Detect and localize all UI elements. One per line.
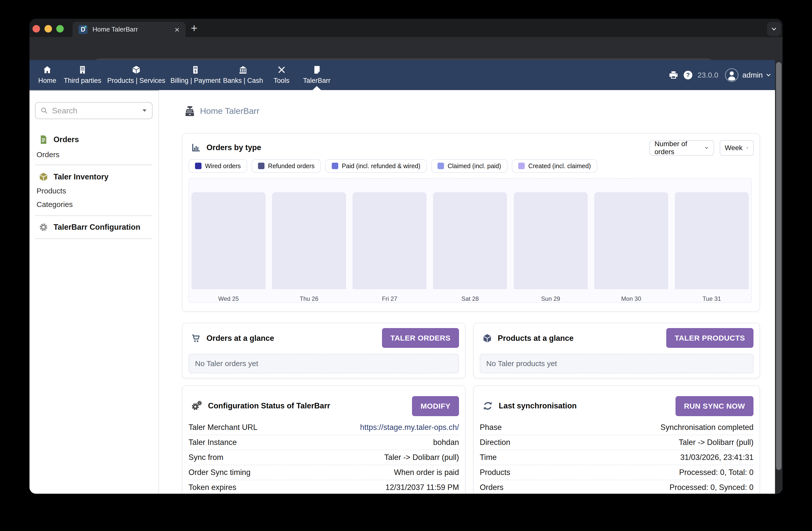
sidebar-link-orders[interactable]: Orders xyxy=(37,149,59,160)
select-value: Week xyxy=(725,144,742,152)
search-icon xyxy=(41,107,48,114)
chart-column: Fri 27 xyxy=(352,192,426,302)
chevron-down-icon[interactable] xyxy=(765,72,772,78)
sidebar-link-products[interactable]: Products xyxy=(37,185,66,196)
browser-tab[interactable]: D Home TalerBarr × xyxy=(72,22,186,37)
row-value: When order is paid xyxy=(394,468,459,477)
run-sync-now-button[interactable]: RUN SYNC NOW xyxy=(676,396,754,416)
user-menu[interactable]: admin xyxy=(742,71,763,79)
row-value: bohdan xyxy=(433,438,459,447)
sidebar-section-orders[interactable]: Orders xyxy=(39,134,79,145)
card-header: Configuration Status of TalerBarr xyxy=(191,386,330,426)
search-input[interactable] xyxy=(52,106,138,115)
products-empty-state: No Taler products yet xyxy=(480,354,754,373)
table-row: ProductsProcessed: 0, Total: 0 xyxy=(480,465,754,480)
legend-label: Paid (incl. refunded & wired) xyxy=(342,163,420,170)
legend-item-paid[interactable]: Paid (incl. refunded & wired) xyxy=(325,159,427,173)
nav-label: Home xyxy=(38,77,56,85)
sidebar-divider xyxy=(35,215,153,216)
building-icon xyxy=(78,65,87,74)
placeholder-bar xyxy=(675,192,749,289)
taler-products-button[interactable]: TALER PRODUCTS xyxy=(666,328,754,348)
nav-label: Third parties xyxy=(64,77,101,85)
legend-item-refunded[interactable]: Refunded orders xyxy=(251,159,321,173)
section-title: Taler Inventory xyxy=(54,172,108,181)
page-title: Home TalerBarr xyxy=(200,106,259,116)
table-row: Time31/03/2026, 23:41:31 xyxy=(480,450,754,465)
section-title: TalerBarr Configuration xyxy=(54,223,140,232)
metric-select[interactable]: Number of orders xyxy=(650,140,714,156)
card-title: Orders at a glance xyxy=(206,334,274,343)
gears-icon xyxy=(191,400,203,411)
chevron-down-icon xyxy=(770,26,778,32)
table-row: Sync fromTaler -> Dolibarr (pull) xyxy=(188,450,459,465)
x-tick-label: Wed 25 xyxy=(218,295,239,302)
row-label: Token expires xyxy=(188,483,236,492)
app-navbar: Home Third parties Products | Services $… xyxy=(29,60,775,90)
config-rows: Taler Merchant URLhttps://stage.my.taler… xyxy=(188,420,459,494)
nav-item-products-services[interactable]: Products | Services xyxy=(107,60,165,90)
search-dropdown-caret-icon[interactable] xyxy=(142,109,147,112)
sidebar-section-talerbarr-configuration[interactable]: TalerBarr Configuration xyxy=(39,222,140,233)
table-row: Token expires12/31/2037 11:59 PM xyxy=(188,480,459,494)
tab-search-chevron-button[interactable] xyxy=(767,22,781,36)
legend-swatch xyxy=(332,163,338,169)
period-select[interactable]: Week xyxy=(720,140,754,156)
chart-column: Mon 30 xyxy=(594,192,668,302)
nav-label: Tools xyxy=(274,77,289,85)
screenshot-stage: D Home TalerBarr × + dolibarr.tutorial.t… xyxy=(0,0,812,531)
page-scrollbar xyxy=(775,60,783,494)
scrollbar-thumb[interactable] xyxy=(776,62,782,470)
svg-text:?: ? xyxy=(686,72,690,78)
svg-text:$: $ xyxy=(194,69,197,73)
new-tab-button[interactable]: + xyxy=(191,22,198,34)
help-icon[interactable]: ? xyxy=(683,70,693,80)
legend-item-wired[interactable]: Wired orders xyxy=(188,159,247,173)
traffic-light-zoom-icon[interactable] xyxy=(56,25,64,32)
card-title: Last synchronisation xyxy=(499,401,577,410)
chart-column: Sat 28 xyxy=(433,192,507,302)
chevron-down-icon xyxy=(746,145,749,151)
merchant-url-link[interactable]: https://stage.my.taler-ops.ch/ xyxy=(360,423,459,432)
user-avatar-icon[interactable] xyxy=(725,68,739,82)
sidebar-link-categories[interactable]: Categories xyxy=(37,199,73,210)
tab-strip: D Home TalerBarr × + xyxy=(29,19,783,37)
sidebar-search[interactable] xyxy=(35,102,153,119)
traffic-light-minimize-icon[interactable] xyxy=(44,25,52,32)
card-header: Products at a glance xyxy=(482,323,574,353)
row-value: Processed: 0, Total: 0 xyxy=(679,468,754,477)
row-value: Taler -> Dolibarr (pull) xyxy=(679,438,754,447)
modify-button[interactable]: MODIFY xyxy=(412,396,459,416)
tab-title: Home TalerBarr xyxy=(92,26,170,33)
active-nav-marker xyxy=(313,86,321,90)
nav-item-billing-payment[interactable]: $ Billing | Payment xyxy=(171,60,221,90)
taler-orders-button[interactable]: TALER ORDERS xyxy=(382,328,459,348)
nav-item-banks-cash[interactable]: Banks | Cash xyxy=(223,60,263,90)
nav-label: TalerBarr xyxy=(303,77,331,85)
sidebar-section-taler-inventory[interactable]: Taler Inventory xyxy=(39,171,108,183)
nav-item-tools[interactable]: Tools xyxy=(274,60,289,90)
placeholder-bar xyxy=(514,192,588,289)
orders-empty-state: No Taler orders yet xyxy=(188,354,459,373)
x-tick-label: Sat 28 xyxy=(462,295,479,302)
config-status-card: Configuration Status of TalerBarr MODIFY… xyxy=(182,386,465,494)
bank-icon xyxy=(238,65,248,74)
ledger-icon xyxy=(312,65,321,74)
row-value: Processed: 0, Synced: 0 xyxy=(669,483,754,492)
tab-close-icon[interactable]: × xyxy=(174,25,179,34)
print-icon[interactable] xyxy=(668,70,679,80)
traffic-light-close-icon[interactable] xyxy=(32,25,40,32)
web-page: Home Third parties Products | Services $… xyxy=(29,60,783,494)
row-value: 31/03/2026, 23:41:31 xyxy=(680,453,754,462)
sidebar: Orders Orders Taler Inventory Products C… xyxy=(29,90,159,494)
nav-label: Billing | Payment xyxy=(171,77,221,85)
nav-item-third-parties[interactable]: Third parties xyxy=(64,60,101,90)
legend-item-claimed[interactable]: Claimed (incl. paid) xyxy=(431,159,508,173)
x-tick-label: Fri 27 xyxy=(382,295,397,302)
sync-icon xyxy=(482,400,493,411)
chart-column: Sun 29 xyxy=(514,192,588,302)
cube-icon xyxy=(482,333,492,343)
nav-item-home[interactable]: Home xyxy=(38,60,56,90)
nav-item-talerbarr[interactable]: TalerBarr xyxy=(303,60,331,90)
legend-item-created[interactable]: Created (incl. claimed) xyxy=(512,159,597,173)
